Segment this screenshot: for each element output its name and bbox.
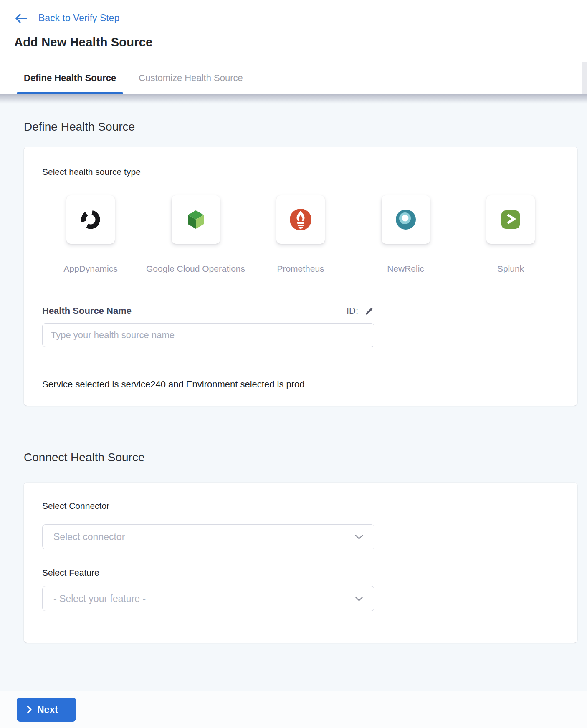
source-option-prometheus: Prometheus: [252, 195, 349, 274]
health-source-name-label: Health Source Name: [42, 306, 132, 316]
source-option-splunk: Splunk: [462, 195, 559, 274]
splunk-tile[interactable]: [486, 195, 535, 244]
prometheus-label: Prometheus: [277, 264, 324, 274]
splunk-label: Splunk: [497, 264, 524, 274]
select-connector-label: Select Connector: [42, 501, 559, 511]
health-source-type-tiles: AppDynamics Google Cloud Operations: [42, 195, 559, 274]
source-option-appdynamics: AppDynamics: [42, 195, 139, 274]
prometheus-tile[interactable]: [276, 195, 325, 244]
page-title: Add New Health Source: [14, 35, 587, 49]
define-health-source-card: Select health source type AppDynamics: [24, 147, 577, 406]
back-to-verify-link[interactable]: Back to Verify Step: [14, 13, 119, 24]
page-header: Back to Verify Step Add New Health Sourc…: [0, 0, 587, 61]
back-link-label: Back to Verify Step: [38, 13, 119, 24]
newrelic-tile[interactable]: [382, 195, 430, 244]
splunk-icon: [499, 208, 522, 231]
connect-section-heading: Connect Health Source: [24, 406, 577, 464]
connect-health-source-card: Select Connector Select connector Select…: [24, 483, 577, 643]
connector-select-placeholder: Select connector: [53, 531, 125, 543]
tab-define-label: Define Health Source: [24, 73, 116, 83]
define-section-heading: Define Health Source: [24, 94, 577, 134]
back-arrow-icon[interactable]: [14, 13, 28, 24]
next-button[interactable]: Next: [17, 698, 76, 722]
appdynamics-icon: [79, 208, 102, 231]
tab-customize-label: Customize Health Source: [139, 73, 243, 83]
select-feature-label: Select Feature: [42, 568, 559, 578]
next-button-label: Next: [37, 704, 58, 715]
health-source-name-row: Health Source Name ID:: [42, 306, 374, 316]
edit-id-button[interactable]: [364, 306, 374, 316]
health-source-name-input[interactable]: [42, 323, 374, 347]
tab-customize-health-source[interactable]: Customize Health Source: [139, 61, 243, 94]
feature-select-placeholder: - Select your feature -: [53, 593, 146, 604]
id-label: ID:: [347, 306, 358, 316]
source-option-gco: Google Cloud Operations: [147, 195, 244, 274]
newrelic-icon: [394, 208, 417, 231]
chevron-down-icon[interactable]: [355, 534, 363, 540]
google-cloud-operations-icon: [184, 208, 207, 231]
tab-define-health-source[interactable]: Define Health Source: [24, 61, 116, 94]
feature-group: Select Feature - Select your feature -: [42, 568, 559, 611]
chevron-right-icon: [27, 705, 32, 714]
main-content: Define Health Source Select health sourc…: [0, 94, 587, 691]
tab-bar: Define Health Source Customize Health So…: [0, 61, 587, 94]
select-health-source-type-label: Select health source type: [42, 167, 559, 177]
source-option-newrelic: NewRelic: [357, 195, 454, 274]
id-group: ID:: [347, 306, 374, 316]
google-cloud-operations-label: Google Cloud Operations: [146, 264, 245, 274]
newrelic-label: NewRelic: [387, 264, 424, 274]
feature-select[interactable]: - Select your feature -: [42, 586, 374, 611]
appdynamics-label: AppDynamics: [63, 264, 118, 274]
google-cloud-operations-tile[interactable]: [172, 195, 220, 244]
connector-select[interactable]: Select connector: [42, 524, 374, 549]
prometheus-icon: [289, 208, 312, 231]
pencil-icon: [365, 307, 374, 316]
appdynamics-tile[interactable]: [66, 195, 115, 244]
chevron-down-icon[interactable]: [355, 596, 363, 602]
footer-bar: Next: [0, 691, 587, 728]
scrollbar-track[interactable]: [582, 62, 587, 94]
service-environment-note: Service selected is service240 and Envir…: [42, 379, 559, 390]
